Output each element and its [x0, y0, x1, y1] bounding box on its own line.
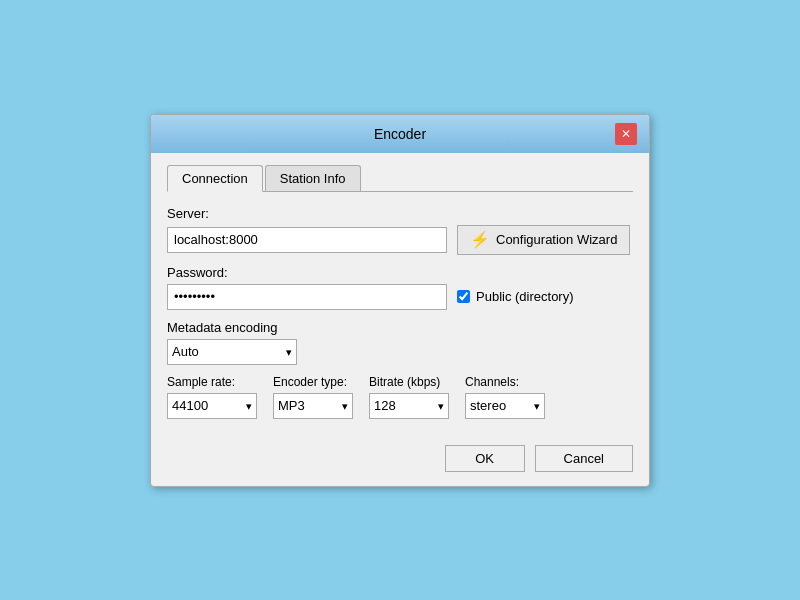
- channels-wrapper: stereo mono: [465, 393, 545, 419]
- password-label: Password:: [167, 265, 633, 280]
- tab-bar: Connection Station Info: [167, 165, 633, 192]
- channels-select[interactable]: stereo mono: [465, 393, 545, 419]
- bitrate-select[interactable]: 128 64 192 256 320: [369, 393, 449, 419]
- tab-connection[interactable]: Connection: [167, 165, 263, 192]
- sample-rate-label: Sample rate:: [167, 375, 257, 389]
- metadata-encoding-select[interactable]: Auto UTF-8 Latin-1: [167, 339, 297, 365]
- tab-station-info[interactable]: Station Info: [265, 165, 361, 191]
- server-row: Server: ⚡ Configuration Wizard: [167, 206, 633, 255]
- params-row: Sample rate: 44100 22050 11025 Encoder t…: [167, 375, 633, 419]
- password-inline: Public (directory): [167, 284, 633, 310]
- sample-rate-wrapper: 44100 22050 11025: [167, 393, 257, 419]
- password-row: Password: Public (directory): [167, 265, 633, 310]
- metadata-encoding-row: Metadata encoding Auto UTF-8 Latin-1: [167, 320, 633, 365]
- dialog-footer: OK Cancel: [151, 435, 649, 486]
- encoder-type-label: Encoder type:: [273, 375, 353, 389]
- channels-label: Channels:: [465, 375, 545, 389]
- server-input[interactable]: [167, 227, 447, 253]
- public-directory-checkbox[interactable]: [457, 290, 470, 303]
- encoder-type-wrapper: MP3 AAC OGG: [273, 393, 353, 419]
- ok-button[interactable]: OK: [445, 445, 525, 472]
- bitrate-label: Bitrate (kbps): [369, 375, 449, 389]
- sample-rate-group: Sample rate: 44100 22050 11025: [167, 375, 257, 419]
- public-directory-label[interactable]: Public (directory): [476, 289, 574, 304]
- dialog-title: Encoder: [185, 126, 615, 142]
- title-bar: Encoder ✕: [151, 115, 649, 153]
- encoder-dialog: Encoder ✕ Connection Station Info Server…: [150, 114, 650, 487]
- lightning-icon: ⚡: [470, 230, 490, 249]
- cancel-button[interactable]: Cancel: [535, 445, 633, 472]
- dialog-body: Connection Station Info Server: ⚡ Config…: [151, 153, 649, 435]
- metadata-encoding-label: Metadata encoding: [167, 320, 633, 335]
- server-label: Server:: [167, 206, 633, 221]
- metadata-encoding-wrapper: Auto UTF-8 Latin-1: [167, 339, 297, 365]
- password-input[interactable]: [167, 284, 447, 310]
- close-button[interactable]: ✕: [615, 123, 637, 145]
- channels-group: Channels: stereo mono: [465, 375, 545, 419]
- bitrate-wrapper: 128 64 192 256 320: [369, 393, 449, 419]
- encoder-type-group: Encoder type: MP3 AAC OGG: [273, 375, 353, 419]
- bitrate-group: Bitrate (kbps) 128 64 192 256 320: [369, 375, 449, 419]
- sample-rate-select[interactable]: 44100 22050 11025: [167, 393, 257, 419]
- public-directory-row: Public (directory): [457, 289, 574, 304]
- encoder-type-select[interactable]: MP3 AAC OGG: [273, 393, 353, 419]
- config-wizard-button[interactable]: ⚡ Configuration Wizard: [457, 225, 630, 255]
- server-inline: ⚡ Configuration Wizard: [167, 225, 633, 255]
